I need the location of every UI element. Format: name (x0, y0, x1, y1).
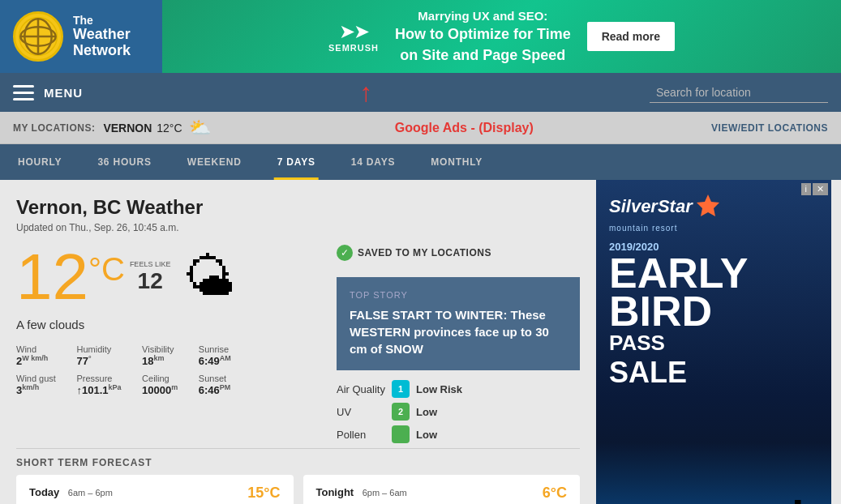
ad-sidebar[interactable]: i ✕ SilverStar mountain resort 2019/2020… (596, 180, 831, 504)
silverstar-name: SilverStar (609, 196, 693, 217)
condition-text: A few clouds (16, 318, 235, 331)
tab-14days[interactable]: 14 DAYS (333, 144, 414, 180)
main-wrapper: Vernon, BC Weather Updated on Thu., Sep.… (0, 180, 841, 504)
ad-line3: on Site and Page Speed (395, 45, 571, 66)
short-term-header: SHORT TERM FORECAST (16, 448, 580, 475)
fc-period-today: Today (29, 486, 59, 498)
aq-status-pollen: Low (416, 429, 437, 441)
ad-read-more-button[interactable]: Read more (587, 22, 675, 51)
view-edit-button[interactable]: VIEW/EDIT LOCATIONS (711, 122, 828, 134)
ad-line2: How to Optimize for Time (395, 24, 571, 45)
saved-label: SAVED TO MY LOCATIONS (358, 247, 491, 258)
left-main: Vernon, BC Weather Updated on Thu., Sep.… (0, 180, 596, 504)
tab-36hours[interactable]: 36 HOURS (79, 144, 169, 180)
search-input[interactable] (650, 83, 828, 103)
stat-ceiling: Ceiling 10000m (142, 374, 182, 396)
sun-cloud-icon: 🌤 (183, 247, 235, 307)
logo-area[interactable]: The Weather Network (0, 0, 162, 73)
silverstar-brand: SilverStar (609, 193, 720, 220)
updated-time: Updated on Thu., Sep. 26, 10:45 a.m. (16, 222, 580, 233)
logo-weather: Weather (73, 27, 131, 43)
ski-icon: ⛷ (791, 495, 823, 504)
semrush-brand: SEMRUSH (328, 43, 379, 53)
stat-visibility: Visibility 18km (142, 344, 182, 367)
aq-row-pollen: Pollen Low (337, 425, 580, 443)
weather-panel: Vernon, BC Weather Updated on Thu., Sep.… (0, 180, 596, 504)
menu-label[interactable]: MENU (44, 86, 83, 100)
stat-wind-gust: Wind gust 3km/h (16, 374, 60, 396)
fc-time-tonight: 6pm – 6am (363, 488, 407, 498)
ad-early: EARLY (609, 254, 748, 293)
stat-pressure: Pressure ↑101.1kPa (76, 374, 126, 396)
tab-hourly[interactable]: HOURLY (0, 144, 79, 180)
tab-weekend[interactable]: WEEKEND (169, 144, 260, 180)
logo-circle (13, 11, 63, 62)
fc-time-today: 6am – 6pm (68, 488, 113, 498)
forecast-card-tonight: Tonight 6pm – 6am 6°C Partly cloudy in t… (303, 475, 581, 504)
forecast-cards: Today 6am – 6pm 15°C Partly cloudy with … (16, 475, 580, 504)
temp-big: 12°C (16, 245, 125, 310)
saved-badge: ✓ SAVED TO MY LOCATIONS (337, 245, 580, 261)
aq-status-air: Low Risk (416, 383, 462, 395)
google-ads-label: Google Ads - (Display) (217, 121, 711, 135)
stat-sunrise: Sunrise 6:49AM (199, 344, 236, 367)
top-story-label: TOP STORY (350, 290, 567, 300)
semrush-logo: ➤➤ SEMRUSH (328, 20, 379, 53)
tab-bar: HOURLY 36 HOURS WEEKEND 7 DAYS 14 DAYS M… (0, 144, 841, 180)
location-bar: MY LOCATIONS: VERNON 12°C ⛅ Google Ads -… (0, 112, 841, 144)
ad-bird: BIRD (609, 293, 712, 331)
arrow-annotation: ↑ (360, 78, 373, 108)
stat-humidity: Humidity 77° (76, 344, 126, 367)
fc-temp-tonight: 6°C (543, 485, 567, 502)
ad-text-center: Marrying UX and SEO: How to Optimize for… (395, 7, 571, 65)
current-weather: 12°C FEELS LIKE 12 🌤 (16, 245, 235, 310)
aq-status-uv: Low (416, 406, 437, 418)
ski-image: ⛷ (596, 442, 831, 504)
tab-7days[interactable]: 7 DAYS (260, 144, 333, 180)
location-weather-icon: ⛅ (189, 117, 211, 139)
feels-like: FEELS LIKE 12 (130, 260, 171, 294)
top-story-panel[interactable]: TOP STORY FALSE START TO WINTER: These W… (337, 277, 580, 370)
logo-text: The Weather Network (73, 14, 131, 59)
air-quality-section: Air Quality 1 Low Risk UV 2 Low Pollen (337, 380, 580, 443)
right-info-panel: ✓ SAVED TO MY LOCATIONS TOP STORY FALSE … (328, 245, 580, 448)
forecast-card-today: Today 6am – 6pm 15°C Partly cloudy with … (16, 475, 294, 504)
ad-info-icon[interactable]: i (801, 183, 811, 195)
ad-line1: Marrying UX and SEO: (395, 7, 571, 24)
location-temp: 12°C (157, 122, 182, 135)
logo-network: Network (73, 43, 131, 59)
fc-temp-today: 15°C (247, 485, 280, 502)
ad-banner: ➤➤ SEMRUSH Marrying UX and SEO: How to O… (162, 0, 841, 73)
my-locations-label: MY LOCATIONS: (13, 122, 95, 134)
top-story-text: FALSE START TO WINTER: These WESTERN pro… (350, 306, 567, 357)
location-name[interactable]: VERNON (103, 122, 152, 135)
aq-row-uv: UV 2 Low (337, 403, 580, 421)
aq-badge-uv: 2 (392, 403, 410, 421)
saved-check-icon: ✓ (337, 245, 353, 261)
aq-badge-pollen (392, 425, 410, 443)
tab-monthly[interactable]: MONTHLY (413, 144, 500, 180)
svg-marker-5 (697, 194, 719, 216)
fc-period-tonight: Tonight (316, 486, 354, 498)
aq-row-air-quality: Air Quality 1 Low Risk (337, 380, 580, 398)
menu-icon[interactable] (13, 85, 34, 100)
stat-sunset: Sunset 6:46PM (199, 374, 236, 396)
aq-badge-air: 1 (392, 380, 410, 398)
top-header: The Weather Network ➤➤ SEMRUSH Marrying … (0, 0, 841, 73)
silverstar-subtitle: mountain resort (609, 224, 677, 233)
ad-sale: SALE (609, 356, 687, 390)
ad-close-icon[interactable]: ✕ (813, 183, 828, 195)
city-title: Vernon, BC Weather (16, 196, 580, 219)
weather-stats: Wind 2W km/h Humidity 77° Visibility 18k… (16, 344, 235, 397)
ad-pass: PASS (609, 331, 665, 356)
nav-bar: MENU ↑ (0, 73, 841, 112)
logo-the: The (73, 14, 131, 27)
stat-wind: Wind 2W km/h (16, 344, 60, 367)
silverstar-star-icon (696, 193, 720, 220)
